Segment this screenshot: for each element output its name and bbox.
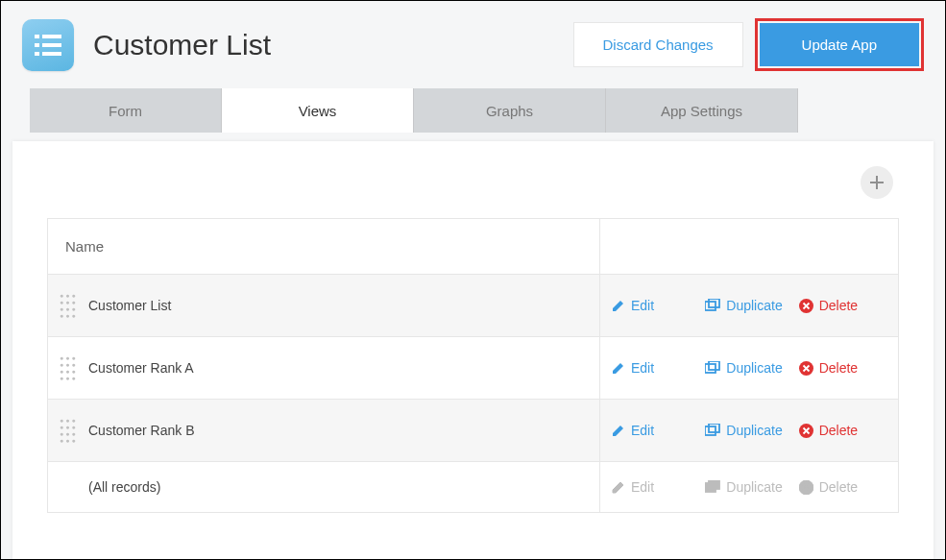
tab-form[interactable]: Form	[30, 88, 222, 133]
delete-icon	[799, 299, 813, 313]
duplicate-button[interactable]: Duplicate	[705, 423, 792, 438]
tab-graphs[interactable]: Graphs	[414, 88, 606, 133]
table-header-row: Name	[48, 219, 898, 274]
view-name-cell: (All records)	[48, 462, 600, 512]
pencil-icon	[612, 480, 625, 494]
svg-rect-18	[709, 480, 719, 489]
add-view-button[interactable]	[861, 166, 893, 199]
duplicate-button: Duplicate	[705, 479, 792, 495]
view-name-cell: ●●●●●●●●●●●●Customer List	[48, 275, 600, 336]
duplicate-icon	[705, 424, 720, 437]
duplicate-label: Duplicate	[726, 360, 782, 376]
tabs: Form Views Graphs App Settings	[30, 88, 945, 133]
row-actions: EditDuplicateDelete	[600, 462, 898, 512]
table-row: (All records)EditDuplicateDelete	[48, 461, 898, 512]
delete-icon	[799, 361, 813, 376]
column-header-name: Name	[48, 219, 600, 274]
edit-label: Edit	[631, 479, 654, 495]
table-row: ●●●●●●●●●●●●Customer ListEditDuplicateDe…	[48, 274, 898, 336]
update-app-button[interactable]: Update App	[760, 23, 919, 66]
delete-button[interactable]: Delete	[799, 298, 886, 313]
delete-label: Delete	[819, 360, 858, 376]
duplicate-icon	[705, 361, 720, 375]
table-row: ●●●●●●●●●●●●Customer Rank BEditDuplicate…	[48, 399, 898, 461]
svg-rect-12	[709, 361, 719, 370]
edit-button[interactable]: Edit	[612, 298, 699, 313]
view-name-label: Customer Rank B	[88, 423, 194, 438]
delete-label: Delete	[819, 479, 858, 495]
svg-rect-14	[705, 426, 716, 435]
edit-label: Edit	[631, 298, 654, 313]
drag-handle-icon[interactable]: ●●●●●●●●●●●●	[60, 292, 79, 319]
discard-changes-button[interactable]: Discard Changes	[573, 22, 743, 67]
delete-label: Delete	[819, 423, 858, 438]
edit-label: Edit	[631, 360, 654, 376]
svg-rect-9	[709, 299, 719, 307]
page-header: Customer List Discard Changes Update App	[1, 1, 945, 88]
edit-button[interactable]: Edit	[612, 423, 699, 438]
view-name-cell: ●●●●●●●●●●●●Customer Rank B	[48, 400, 600, 461]
row-actions: EditDuplicateDelete	[600, 337, 898, 399]
svg-rect-5	[42, 52, 61, 56]
pencil-icon	[612, 299, 625, 312]
svg-rect-1	[42, 35, 61, 38]
row-actions: EditDuplicateDelete	[600, 275, 898, 336]
svg-rect-0	[35, 35, 39, 38]
views-table: Name ●●●●●●●●●●●●Customer ListEditDuplic…	[47, 218, 899, 513]
delete-icon	[799, 424, 813, 438]
edit-label: Edit	[631, 423, 654, 438]
edit-button: Edit	[612, 479, 699, 495]
tab-views[interactable]: Views	[222, 88, 414, 133]
table-row: ●●●●●●●●●●●●Customer Rank AEditDuplicate…	[48, 336, 898, 399]
plus-icon	[870, 176, 884, 189]
delete-button[interactable]: Delete	[799, 423, 886, 438]
views-panel: Name ●●●●●●●●●●●●Customer ListEditDuplic…	[12, 141, 934, 559]
duplicate-button[interactable]: Duplicate	[705, 360, 792, 376]
pencil-icon	[612, 424, 625, 437]
drag-handle-icon[interactable]: ●●●●●●●●●●●●	[60, 417, 79, 444]
delete-button: Delete	[799, 479, 886, 495]
view-name-label: Customer Rank A	[88, 360, 194, 376]
duplicate-button[interactable]: Duplicate	[705, 298, 792, 313]
svg-rect-3	[42, 43, 61, 47]
svg-rect-4	[35, 52, 39, 56]
column-header-actions	[600, 219, 898, 274]
duplicate-label: Duplicate	[726, 298, 782, 313]
app-list-icon	[22, 19, 74, 71]
view-name-label: Customer List	[88, 298, 171, 313]
delete-label: Delete	[819, 298, 858, 313]
view-name-label: (All records)	[88, 479, 160, 495]
duplicate-icon	[705, 480, 720, 494]
delete-button[interactable]: Delete	[799, 360, 886, 376]
svg-rect-7	[870, 182, 884, 183]
view-name-cell: ●●●●●●●●●●●●Customer Rank A	[48, 337, 600, 399]
row-actions: EditDuplicateDelete	[600, 400, 898, 461]
drag-handle-icon[interactable]: ●●●●●●●●●●●●	[60, 354, 79, 381]
duplicate-label: Duplicate	[726, 423, 782, 438]
delete-icon	[799, 480, 813, 495]
svg-rect-11	[705, 364, 716, 373]
duplicate-label: Duplicate	[726, 479, 782, 495]
svg-rect-8	[705, 302, 716, 310]
update-app-highlight: Update App	[755, 18, 924, 71]
pencil-icon	[612, 361, 625, 375]
duplicate-icon	[705, 299, 720, 312]
page-title: Customer List	[93, 29, 271, 61]
svg-rect-15	[709, 424, 719, 432]
edit-button[interactable]: Edit	[612, 360, 699, 376]
svg-rect-2	[35, 43, 39, 47]
tab-app-settings[interactable]: App Settings	[606, 88, 798, 133]
